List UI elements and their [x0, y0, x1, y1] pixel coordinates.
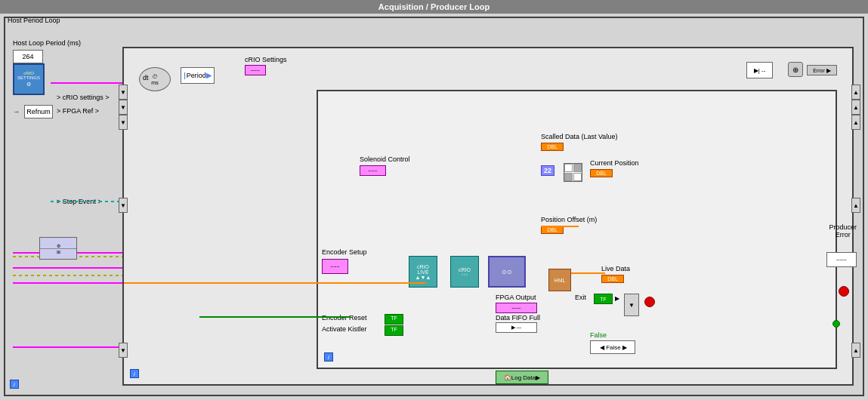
data-fifo-label: Data FIFO Full [496, 314, 540, 322]
exit-tf-block[interactable]: TF [594, 294, 613, 304]
sr-right-3[interactable]: ▲ [851, 115, 860, 130]
period-label: Period [187, 72, 206, 79]
hml-block[interactable]: HML [548, 269, 571, 291]
refnum-label: Refnum [26, 108, 51, 115]
encoder-setup-label: Encoder Setup [322, 248, 367, 256]
activate-kistler-label: Activate Kistler [322, 325, 367, 333]
producer-error-label: Producer Error [829, 223, 857, 238]
live-data-dbl: DBL [601, 275, 624, 283]
main-process-block[interactable]: ⊙⊙ [488, 256, 526, 288]
solenoid-label: Solenoid Control [360, 155, 410, 163]
fpga-output-block[interactable]: ~~~ [496, 303, 537, 313]
sr-right-4[interactable]: ▲ [851, 198, 860, 213]
iter-terminal-inner: i [324, 352, 333, 362]
matrix-block[interactable] [564, 163, 582, 182]
select-block[interactable]: ▼ [624, 294, 639, 316]
crio-block2[interactable]: cRIO ↑↑↑ [450, 256, 479, 288]
position-offset-label: Position Offset (m) [541, 216, 597, 223]
scalled-data-label: Scalled Data (Last Value) [541, 133, 617, 140]
crio-settings-label: cRIO Settings [245, 56, 287, 63]
ms-label: ms [151, 80, 158, 85]
sr-left-4[interactable]: ▼ [119, 198, 128, 213]
sr-right-2[interactable]: ▲ [851, 100, 860, 115]
stop-circle-outer[interactable] [839, 286, 849, 297]
sr-left-2[interactable]: ▼ [119, 100, 128, 115]
refnum-block[interactable]: Refnum [24, 105, 53, 118]
false-block[interactable]: ◀ False ▶ [590, 340, 635, 354]
title-bar: Acquisition / Producer Loop [0, 0, 868, 14]
iter-terminal-main: i [10, 380, 19, 389]
current-position-dbl: DBL [590, 169, 613, 177]
crio-settings-icon[interactable]: cRIO SETTINGS ⚙ [13, 63, 45, 95]
solenoid-block[interactable]: ~~~ [360, 165, 386, 176]
encoder-reset-label: Encoder Reset [322, 314, 367, 322]
control-selector[interactable]: ▶| -- [746, 62, 773, 78]
error-indicator: ⊕ [788, 62, 803, 77]
host-period-label: Host Loop Period (ms) [13, 39, 81, 47]
crio-settings-conn[interactable]: ~~~ [245, 65, 266, 75]
scalled-data-dbl: DBL [541, 143, 564, 151]
iter-terminal-outer: i [130, 369, 139, 378]
outer-loop: Host Period Loop Host Loop Period (ms) 2… [4, 17, 864, 396]
sr-right-1[interactable]: ▲ [851, 85, 860, 100]
sr-right-5[interactable]: ▲ [851, 343, 860, 358]
num-22-block[interactable]: 22 [541, 165, 554, 176]
error-block[interactable]: Error ▶ [807, 65, 837, 75]
sr-left-1[interactable]: ▼ [119, 85, 128, 100]
exit-label: Exit [575, 294, 586, 301]
encoder-setup-block[interactable]: ~~~ [322, 259, 348, 274]
fpga-output-label: FPGA Output [496, 294, 536, 301]
fpga-ref-nav: > FPGA Ref > [57, 107, 99, 115]
log-data-block[interactable]: 🏠 Log Data ▶ [496, 371, 548, 384]
data-fifo-block[interactable]: ▶ --- [496, 322, 537, 333]
stop-circle-inner[interactable] [644, 297, 655, 307]
arrow-refnum: → [13, 108, 20, 115]
producer-error-block[interactable]: ~~~ [826, 252, 857, 267]
main-container: Acquisition / Producer Loop ◀ "Control",… [0, 0, 868, 400]
sr-left-3[interactable]: ▼ [119, 115, 128, 130]
wire-orange-2 [541, 226, 579, 227]
dt-label: dt [143, 74, 149, 82]
encoder-reset-tf[interactable]: TF [385, 314, 403, 325]
sub-loop: Solenoid Control ~~~ Encoder Setup ~~~ c… [317, 90, 837, 369]
period-block[interactable]: | Period ▶ [181, 67, 215, 84]
crio-settings-nav: > cRIO settings > [57, 94, 110, 101]
live-data-label: Live Data [601, 265, 630, 272]
exit-arrow: ▶ [615, 295, 619, 302]
activate-kistler-tf[interactable]: TF [385, 325, 403, 336]
inner-loop: ⏱ ms dt | Period ▶ cRIO Settings ~~~ [122, 47, 854, 386]
title-text: Acquisition / Producer Loop [378, 2, 490, 11]
sr-left-5[interactable]: ▼ [119, 343, 128, 358]
wire-orange-inner [124, 282, 426, 284]
stacked-block-1[interactable]: ⚙ ⊞ [39, 237, 77, 260]
current-position-label: Current Position [590, 159, 639, 167]
wire-orange-1 [571, 272, 605, 274]
host-period-value[interactable]: 264 [13, 50, 43, 63]
outer-loop-label: Host Period Loop [8, 17, 60, 24]
false-label: False [590, 331, 607, 339]
green-circle [832, 320, 840, 328]
wire-green-1 [199, 316, 351, 318]
log-data-label: Log Data [511, 374, 536, 381]
